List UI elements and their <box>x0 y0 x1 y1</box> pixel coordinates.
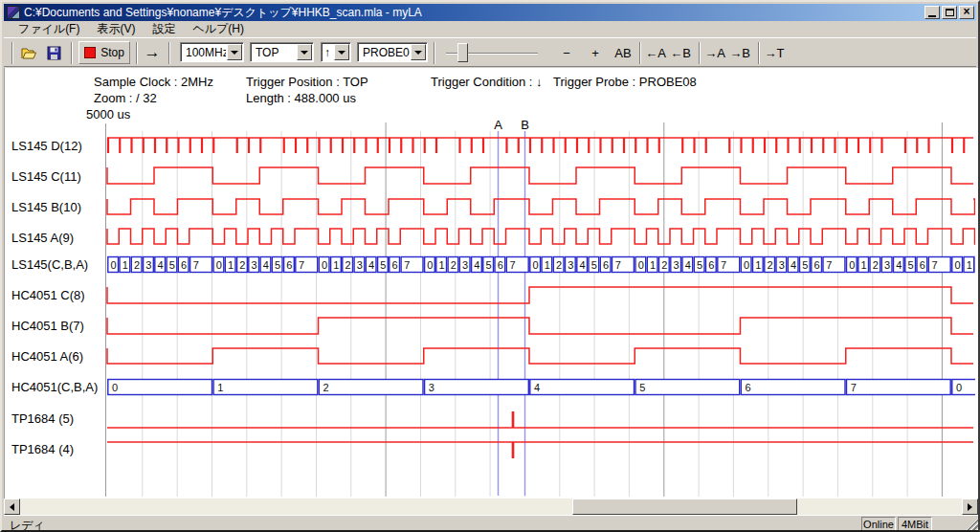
bus-value: 1 <box>650 259 656 271</box>
zoom-out-label: − <box>563 46 570 60</box>
bus-value: 4 <box>685 259 691 271</box>
run-arrow-icon: → <box>145 43 161 62</box>
run-button[interactable]: → <box>140 41 165 64</box>
bus-value: 4 <box>474 259 479 271</box>
online-status-badge: Online <box>861 517 896 531</box>
window-title: C:¥Documents and Settings¥noname¥デスクトップ¥… <box>24 5 422 21</box>
dropdown-arrow-icon[interactable] <box>334 44 349 60</box>
bus-value: 0 <box>955 259 961 271</box>
trigger-position-value: TOP <box>251 46 296 59</box>
bus-value: 7 <box>851 382 857 393</box>
bus-value: 5 <box>908 259 914 271</box>
bus-value: 3 <box>568 259 573 271</box>
dropdown-arrow-icon[interactable] <box>227 44 242 60</box>
minimize-button[interactable] <box>924 6 940 19</box>
bus-value: 4 <box>263 259 269 271</box>
bus-value: 4 <box>158 259 164 271</box>
bus-value: 0 <box>216 259 222 271</box>
bus-cell <box>847 380 951 395</box>
floppy-disk-icon <box>47 46 61 60</box>
trace-hc4051-a-6 <box>107 348 973 364</box>
bus-value: 0 <box>111 259 117 271</box>
scrollbar-thumb[interactable] <box>572 499 797 515</box>
grid <box>106 122 943 497</box>
open-file-button[interactable] <box>17 42 40 63</box>
bus-value: 1 <box>122 259 128 271</box>
toolbar-separator <box>434 42 435 64</box>
window-controls: × <box>924 6 976 19</box>
sample-clock-value: 100MHz <box>181 46 226 59</box>
menu-view[interactable]: 表示(V) <box>88 20 144 39</box>
bus-value: 6 <box>708 259 714 271</box>
zoom-out-button[interactable]: − <box>557 42 576 63</box>
bus-value: 6 <box>286 259 292 271</box>
trace-ls145-c-b-a: 0123456701234567012345670123456701234567… <box>108 257 978 273</box>
maximize-icon <box>946 9 954 16</box>
bus-value: 7 <box>931 259 937 271</box>
ab-span-button[interactable]: AB <box>611 42 635 63</box>
trigger-probe-combo[interactable]: PROBE00 <box>357 42 428 62</box>
close-button[interactable]: × <box>959 6 974 19</box>
bus-cell <box>530 380 635 395</box>
back-b-label: ←B <box>670 46 691 60</box>
waveform-client-area[interactable]: Sample Clock : 2MHz Trigger Position : T… <box>4 68 978 499</box>
bus-value: 0 <box>744 259 749 271</box>
bus-value: 7 <box>299 259 304 271</box>
stop-button[interactable]: Stop <box>78 41 130 64</box>
bus-value: 7 <box>826 259 832 271</box>
maximize-button[interactable] <box>942 6 957 19</box>
bus-value: 0 <box>112 382 118 393</box>
bus-value: 5 <box>802 259 808 271</box>
bus-value: 3 <box>779 259 785 271</box>
forward-to-b-button[interactable]: →B <box>728 42 751 63</box>
bus-value: 6 <box>814 259 820 271</box>
bus-cell <box>741 380 845 395</box>
sample-clock-combo[interactable]: 100MHz <box>180 42 244 62</box>
save-file-button[interactable] <box>42 42 65 63</box>
trigger-edge-combo[interactable]: ↑ <box>321 42 351 62</box>
bus-value: 5 <box>380 259 386 271</box>
bus-value: 4 <box>791 259 796 271</box>
close-icon: × <box>963 7 969 16</box>
bus-value: 1 <box>228 259 234 271</box>
bus-value: 0 <box>533 259 539 271</box>
horizontal-scrollbar[interactable] <box>4 499 978 515</box>
back-to-a-button[interactable]: ←A <box>644 42 667 63</box>
bus-cell <box>425 380 529 395</box>
bus-value: 1 <box>333 259 339 271</box>
waveform-plot[interactable]: AB01234567012345670123456701234567012345… <box>5 68 978 499</box>
memory-size-badge: 4MBit <box>898 517 932 531</box>
bus-value: 4 <box>368 259 374 271</box>
minimize-icon <box>928 15 936 17</box>
bus-value: 6 <box>746 382 751 393</box>
fwd-b-label: →B <box>729 46 750 60</box>
menu-file[interactable]: ファイル(F) <box>10 20 88 39</box>
menu-help[interactable]: ヘルプ(H) <box>184 20 253 39</box>
trigger-position-combo[interactable]: TOP <box>250 42 314 62</box>
title-bar[interactable]: C:¥Documents and Settings¥noname¥デスクトップ¥… <box>4 4 976 21</box>
scroll-left-button[interactable] <box>4 499 20 515</box>
trigger-edge-value: ↑ <box>322 46 333 59</box>
bus-value: 7 <box>721 259 726 271</box>
bus-value: 2 <box>556 259 562 271</box>
dropdown-arrow-icon[interactable] <box>411 44 426 60</box>
scroll-right-button[interactable] <box>962 499 978 515</box>
bus-value: 3 <box>884 259 890 271</box>
trace-hc4051-c-8 <box>107 287 973 303</box>
bus-value: 3 <box>145 259 151 271</box>
bus-value: 0 <box>322 259 327 271</box>
resize-grip[interactable] <box>965 519 978 532</box>
menu-settings[interactable]: 設定 <box>144 20 184 39</box>
trigger-probe-value: PROBE00 <box>358 46 410 59</box>
forward-to-a-button[interactable]: →A <box>703 42 726 63</box>
bus-value: 2 <box>345 259 351 271</box>
toolbar-separator <box>699 42 701 64</box>
dropdown-arrow-icon[interactable] <box>297 44 312 60</box>
zoom-slider-thumb[interactable] <box>457 43 468 62</box>
back-to-b-button[interactable]: ←B <box>669 42 692 63</box>
bus-value: 3 <box>357 259 363 271</box>
zoom-in-button[interactable]: + <box>586 42 605 63</box>
goto-trigger-button[interactable]: →T <box>763 42 786 63</box>
bus-value: 1 <box>755 259 761 271</box>
toolbar-separator <box>639 42 641 64</box>
